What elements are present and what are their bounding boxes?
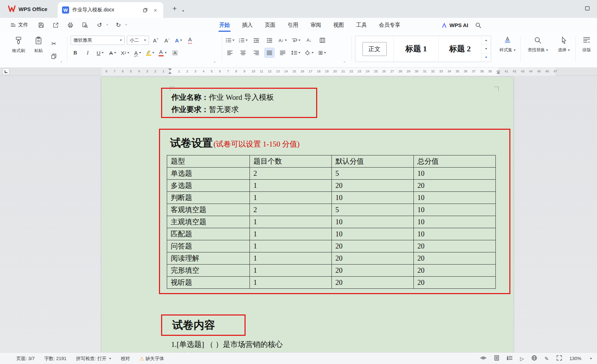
missing-font-warning[interactable]: ⚠ 缺失字体 [140,355,164,362]
style-normal[interactable]: 正文 [355,36,394,62]
word-count[interactable]: 字数: 2191 [44,355,66,362]
paragraph-dialog-launcher[interactable]: ⌄ [343,59,346,63]
export-pdf-icon[interactable] [51,20,60,30]
redo-icon[interactable]: ↻ [114,20,123,30]
styles-scroll-up-icon[interactable] [482,36,491,45]
underline-button[interactable]: U [96,48,105,57]
text-arrange-icon[interactable] [318,36,327,45]
decrease-indent-icon[interactable] [252,36,261,45]
layout-button[interactable]: A 排版 [577,34,596,63]
sort-icon[interactable]: A↓ [304,36,314,45]
file-menu-label: 文件 [18,22,28,28]
spellcheck-status[interactable]: 拼写检查: 打开 [76,355,111,362]
undo-dropdown-icon[interactable] [106,24,108,26]
clear-format-icon[interactable]: A [185,36,195,45]
float-window-icon[interactable] [141,6,149,14]
fullscreen-icon[interactable] [556,355,562,362]
style-set-button[interactable]: 样式集 [495,34,520,63]
numbering-icon[interactable]: 123 [238,36,248,45]
paste-button[interactable]: 粘贴 [29,34,48,63]
tab-home[interactable]: 开始 [213,18,236,32]
close-tab-icon[interactable]: × [152,6,159,14]
format-painter-button[interactable]: 格式刷 [9,34,28,63]
bullets-icon[interactable] [225,36,235,45]
tab-insert[interactable]: 插入 [236,18,259,32]
redo-dropdown-icon[interactable] [125,24,127,26]
web-view-icon[interactable] [531,355,537,362]
hanging-indent-marker[interactable] [168,72,172,74]
maximize-window-icon[interactable] [585,6,591,11]
align-center-icon[interactable] [238,48,248,57]
page-indicator[interactable]: 页面: 3/7 [16,355,35,362]
text-wrap-icon[interactable] [291,36,300,45]
line-spacing-icon[interactable] [291,48,300,57]
styles-gallery: 正文 标题 1 标题 2 [355,36,491,62]
cut-icon[interactable]: ✂ [49,39,58,48]
wps-ai-button[interactable]: WPS AI [441,18,468,32]
increase-font-icon[interactable]: A+ [151,36,160,45]
shading-bucket-icon[interactable] [304,48,314,57]
page-view-icon[interactable] [494,355,499,362]
superscript-button[interactable]: X2 [120,48,130,57]
horizontal-ruler[interactable]: 87654321 1234567891011121314151617181920… [0,68,597,76]
undo-icon[interactable]: ↺ [95,20,104,30]
zoom-level[interactable]: 130% [570,356,581,361]
tab-member[interactable]: 会员专享 [373,18,406,32]
wps-office-brand[interactable]: WPS Office [3,2,52,15]
decrease-font-icon[interactable]: A− [163,36,172,45]
align-right-icon[interactable] [252,48,261,57]
ink-pen-icon[interactable]: ✎ [545,356,549,362]
proofread-button[interactable]: 校对 [121,355,130,362]
ribbon-toolbar: 格式刷 粘贴 ✂ ⌄ 微软雅黑 小二 A [0,32,597,68]
styles-scroll-down-icon[interactable] [482,45,491,53]
bold-button[interactable]: B [71,48,80,57]
font-color-button[interactable]: A [158,48,167,57]
find-replace-button[interactable]: 查找替换 [523,34,553,63]
phonetic-guide-button[interactable]: A [133,48,142,57]
font-name-select[interactable]: 微软雅黑 [71,36,125,45]
outline-view-icon[interactable] [507,355,513,362]
save-icon[interactable] [36,20,46,30]
right-indent-marker[interactable] [496,72,500,74]
font-size-select[interactable]: 小二 [127,36,149,45]
tab-references[interactable]: 引用 [282,18,304,32]
document-page[interactable]: 作业名称：作业 Word 导入模板 作业要求：暂无要求 试卷设置(试卷可以设置 … [102,77,513,352]
borders-icon[interactable]: ⊞ [318,48,327,57]
copy-icon[interactable] [49,52,58,61]
new-tab-button[interactable]: + [170,4,179,13]
document-tab[interactable]: W 作业导入模板.docx × [58,2,163,18]
tab-tools[interactable]: 工具 [350,18,373,32]
tab-list-dropdown-icon[interactable] [181,7,184,14]
zoom-dropdown-icon[interactable] [590,358,592,359]
clipboard-dialog-launcher[interactable]: ⌄ [60,59,63,63]
tab-stop-selector[interactable] [3,68,9,75]
italic-button[interactable]: I [83,48,92,57]
char-shading-button[interactable]: A [170,48,180,57]
increase-indent-icon[interactable] [265,36,274,45]
align-left-icon[interactable] [225,48,235,57]
first-line-indent-marker[interactable] [168,68,172,71]
tab-page[interactable]: 页面 [259,18,282,32]
align-distribute-icon[interactable] [278,48,287,57]
style-heading1[interactable]: 标题 1 [394,36,439,62]
eye-protect-icon[interactable] [480,355,487,362]
file-menu-button[interactable]: 文件 [8,18,31,32]
print-icon[interactable] [66,20,75,30]
ruler-left-numbers: 87654321 [105,70,171,73]
read-mode-icon[interactable]: ▷ [520,356,524,362]
text-direction-icon[interactable]: A↕ [278,36,287,45]
select-button[interactable]: 选择 [555,34,573,63]
table-row: 单选题 2 5 10 [167,168,496,180]
tab-review[interactable]: 审阅 [304,18,327,32]
align-justify-icon[interactable] [265,48,274,57]
text-effects-icon[interactable]: A [174,36,183,45]
highlight-button[interactable] [145,48,155,57]
style-heading2[interactable]: 标题 2 [439,36,482,62]
tab-view[interactable]: 视图 [327,18,350,32]
search-icon[interactable] [474,21,483,30]
strikethrough-button[interactable]: A [108,48,117,57]
print-preview-icon[interactable] [80,20,89,30]
document-canvas[interactable]: 作业名称：作业 Word 导入模板 作业要求：暂无要求 试卷设置(试卷可以设置 … [0,76,597,352]
styles-more-icon[interactable] [482,53,491,62]
font-dialog-launcher[interactable]: ⌄ [213,59,216,63]
